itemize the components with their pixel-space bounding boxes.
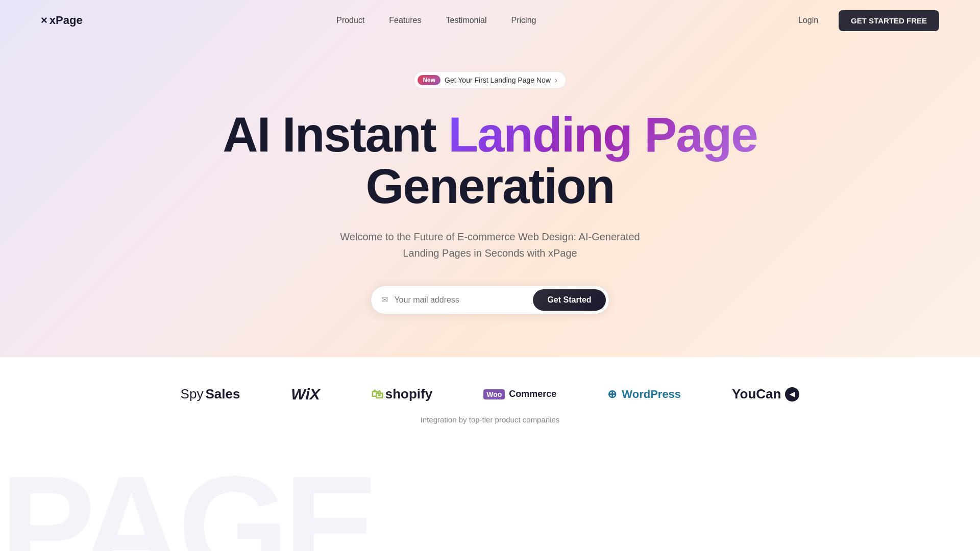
wix-logo: WiX bbox=[291, 386, 320, 403]
email-form: ✉ Get Started bbox=[371, 286, 609, 314]
nav-links: Product Features Testimonial Pricing bbox=[336, 16, 536, 25]
commerce-text: Commerce bbox=[509, 389, 556, 399]
woo-tag: Woo bbox=[483, 389, 505, 399]
nav-right: Login GET STARTED FREE bbox=[790, 10, 939, 31]
youcan-arrow-icon: ◀ bbox=[785, 387, 799, 402]
wordpress-wp-icon: ⊕ bbox=[607, 388, 617, 401]
logos-section: SpySales WiX 🛍 shopify Woo Commerce ⊕ Wo… bbox=[0, 355, 980, 444]
logo[interactable]: ×xPage bbox=[41, 14, 83, 27]
shopify-text: shopify bbox=[385, 386, 432, 402]
spysales-spy-text: Spy bbox=[181, 386, 204, 402]
youcan-text: YouCan bbox=[732, 386, 781, 402]
get-started-cta-button[interactable]: Get Started bbox=[533, 289, 605, 311]
wordpress-text: WordPress bbox=[622, 388, 681, 401]
page-watermark: PAGE bbox=[0, 455, 374, 551]
login-button[interactable]: Login bbox=[790, 12, 826, 29]
shopify-logo: 🛍 shopify bbox=[371, 386, 432, 402]
badge-text: Get Your First Landing Page Now bbox=[445, 76, 551, 84]
logos-caption: Integration by top-tier product companie… bbox=[421, 415, 560, 424]
new-badge[interactable]: New Get Your First Landing Page Now › bbox=[414, 71, 566, 89]
hero-section: New Get Your First Landing Page Now › AI… bbox=[0, 41, 980, 355]
hero-title-part2: Generation bbox=[366, 159, 615, 213]
logo-text: xPage bbox=[50, 14, 83, 27]
spysales-sales-text: Sales bbox=[205, 386, 240, 402]
new-tag: New bbox=[418, 75, 440, 85]
navbar: ×xPage Product Features Testimonial Pric… bbox=[0, 0, 980, 41]
nav-pricing[interactable]: Pricing bbox=[511, 16, 536, 24]
nav-features[interactable]: Features bbox=[389, 16, 421, 24]
hero-title: AI Instant Landing Page Generation bbox=[10, 109, 970, 212]
logos-row: SpySales WiX 🛍 shopify Woo Commerce ⊕ Wo… bbox=[181, 386, 800, 403]
page-watermark-section: PAGE bbox=[0, 444, 980, 551]
wordpress-logo: ⊕ WordPress bbox=[607, 388, 681, 401]
nav-product[interactable]: Product bbox=[336, 16, 364, 24]
hero-subtitle: Welcome to the Future of E-commerce Web … bbox=[337, 229, 643, 261]
badge-arrow-icon: › bbox=[555, 76, 557, 84]
nav-testimonial[interactable]: Testimonial bbox=[446, 16, 486, 24]
email-icon: ✉ bbox=[381, 295, 388, 305]
logo-x-icon: × bbox=[41, 14, 47, 27]
youcan-logo: YouCan ◀ bbox=[732, 386, 799, 402]
shopify-bag-icon: 🛍 bbox=[371, 387, 383, 402]
get-started-nav-button[interactable]: GET STARTED FREE bbox=[839, 10, 939, 31]
hero-title-gradient: Landing Page bbox=[448, 107, 757, 162]
email-input[interactable] bbox=[394, 295, 527, 305]
spysales-logo: SpySales bbox=[181, 386, 240, 402]
hero-title-part1: AI Instant bbox=[223, 107, 448, 162]
woocommerce-logo: Woo Commerce bbox=[483, 389, 556, 399]
